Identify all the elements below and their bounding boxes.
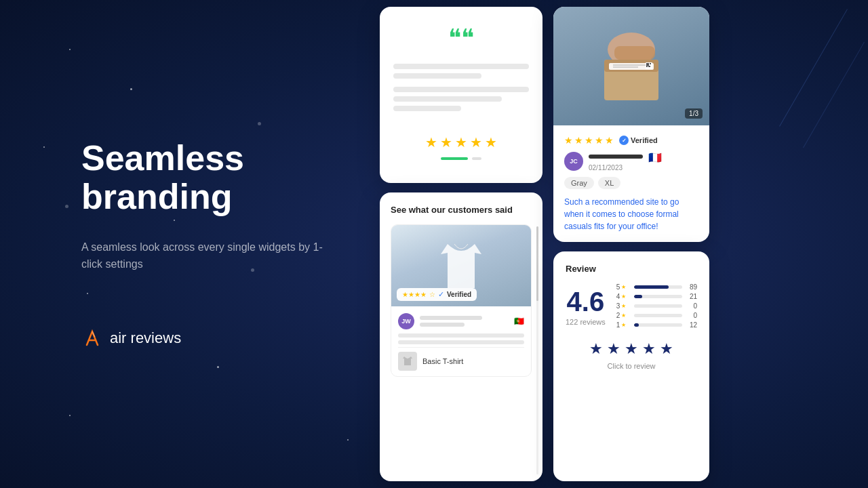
big-rating: 4.6 122 reviews <box>566 288 606 326</box>
review-text: Such a recommended site to go when it co… <box>564 196 698 232</box>
svg-rect-11 <box>648 66 650 67</box>
detail-verified: ✓ Verified <box>619 136 658 145</box>
bar-row-2: 2 ★ 0 <box>616 312 697 319</box>
logo: air reviews <box>81 327 339 349</box>
review-detail: ★ ★ ★ ★ ★ ✓ Verified JC <box>553 125 709 242</box>
svg-rect-1 <box>614 46 655 60</box>
review-image: ★★★★ ☆ ✓ Verified <box>391 225 531 306</box>
scroll-thumb <box>536 226 538 301</box>
center-column: ❝❝ ★ ★ ★ ★ ★ See what ou <box>380 7 542 481</box>
check-icon: ✓ <box>619 136 629 145</box>
product-row: Basic T-shirt <box>398 347 524 371</box>
reviewer-avatar-jc: JC <box>564 152 583 171</box>
quote-icon: ❝❝ <box>448 26 474 50</box>
product-thumb <box>398 352 417 371</box>
tag-xl: XL <box>598 177 620 189</box>
placeholder-lines <box>393 64 529 115</box>
detail-stars: ★ ★ ★ ★ ★ <box>564 135 614 146</box>
reviewer-name-bar <box>589 155 643 159</box>
quote-card: ❝❝ ★ ★ ★ ★ ★ <box>380 7 542 183</box>
stats-title: Review <box>566 264 697 274</box>
review-date: 02/11/2023 <box>589 164 698 171</box>
widgets-area: ❝❝ ★ ★ ★ ★ ★ See what ou <box>380 0 868 488</box>
reviews-count: 122 reviews <box>566 318 606 326</box>
widget-title: See what our customers said <box>391 205 532 215</box>
rating-stars-row: ★ ★ ★ ★ ★ ✓ Verified <box>564 135 698 146</box>
right-column: 1/3 ★ ★ ★ ★ ★ ✓ Verified <box>553 7 709 481</box>
detail-photo: 1/3 <box>553 7 709 125</box>
bottom-stars: ★ ★ ★ ★ ★ <box>566 340 697 358</box>
page-indicator: 1/3 <box>685 108 703 119</box>
click-to-review[interactable]: Click to review <box>566 362 697 370</box>
bar-row-3: 3 ★ 0 <box>616 302 697 310</box>
svg-rect-9 <box>650 63 651 64</box>
product-name: Basic T-shirt <box>422 357 463 365</box>
detail-card: 1/3 ★ ★ ★ ★ ★ ✓ Verified <box>553 7 709 242</box>
reviewer-row: JW 🇵🇹 <box>398 313 524 329</box>
hero-title: Seamless branding <box>81 139 339 216</box>
hero-subtitle: A seamless look across every single widg… <box>81 239 339 273</box>
stats-content: 4.6 122 reviews 5 ★ 89 4 ★ 21 3 ★ <box>566 283 697 331</box>
logo-text: air reviews <box>110 329 181 347</box>
tags-row: Gray XL <box>564 177 698 189</box>
flag-icon: 🇵🇹 <box>514 317 524 326</box>
reviewer-lines <box>420 316 509 327</box>
left-panel: Seamless branding A seamless look across… <box>0 0 380 488</box>
svg-rect-8 <box>646 63 649 66</box>
flag-pt: 🇫🇷 <box>648 151 662 164</box>
scroll-track[interactable] <box>536 226 538 474</box>
progress-indicator <box>441 157 481 160</box>
logo-icon <box>81 327 103 349</box>
rating-bars: 5 ★ 89 4 ★ 21 3 ★ 0 2 ★ 0 1 ★ <box>616 283 697 331</box>
stats-card: Review 4.6 122 reviews 5 ★ 89 4 ★ 2 <box>553 251 709 481</box>
review-verified-badge: ★★★★ ☆ ✓ Verified <box>397 288 477 301</box>
review-item: ★★★★ ☆ ✓ Verified JW 🇵🇹 <box>391 224 532 377</box>
tag-gray: Gray <box>564 177 594 189</box>
product-image-icon <box>434 241 488 291</box>
bar-row-1: 1 ★ 12 <box>616 321 697 329</box>
package-image <box>580 22 682 110</box>
bar-row-5: 5 ★ 89 <box>616 283 697 291</box>
review-text-lines <box>398 333 524 344</box>
reviewer-info: JC 🇫🇷 02/11/2023 <box>564 151 698 171</box>
reviewer-name-date: 🇫🇷 02/11/2023 <box>589 151 698 171</box>
stars-row: ★ ★ ★ ★ ★ <box>425 134 497 150</box>
review-bottom: JW 🇵🇹 <box>391 306 531 376</box>
rating-number: 4.6 <box>566 288 606 315</box>
svg-rect-10 <box>646 66 648 67</box>
review-widget-card: See what our customers said ★★★★ ☆ ✓ <box>380 192 542 481</box>
reviewer-avatar: JW <box>398 313 414 329</box>
bar-row-4: 4 ★ 21 <box>616 293 697 300</box>
